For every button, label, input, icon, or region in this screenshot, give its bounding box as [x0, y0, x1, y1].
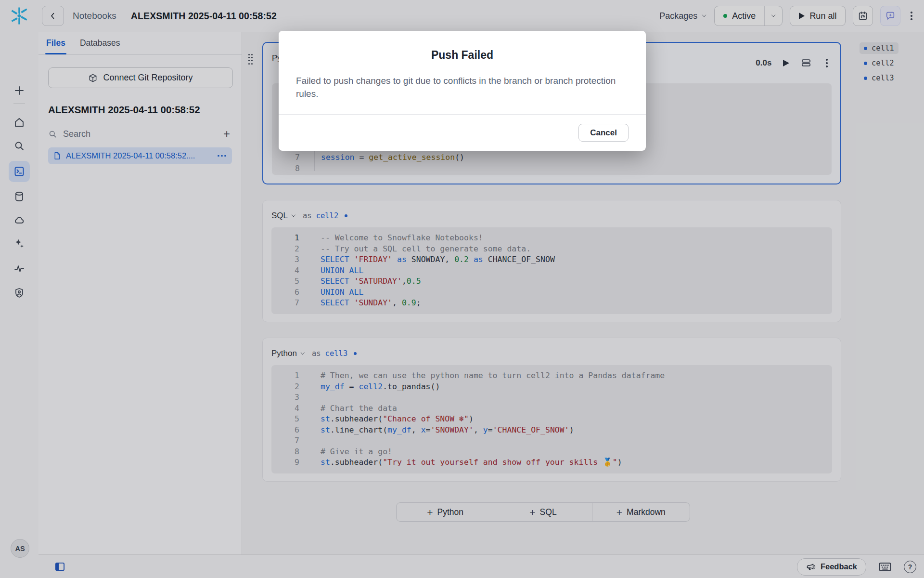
- push-failed-dialog: Push Failed Failed to push changes to gi…: [279, 31, 646, 151]
- dialog-message: Failed to push changes to git due to con…: [296, 74, 629, 114]
- snowflake-notebooks-app: Notebooks ALEXSMITH 2025-04-11 00:58:52 …: [0, 0, 924, 578]
- dialog-footer: Cancel: [279, 114, 646, 151]
- dialog-title: Push Failed: [279, 49, 646, 62]
- cancel-button[interactable]: Cancel: [578, 124, 629, 142]
